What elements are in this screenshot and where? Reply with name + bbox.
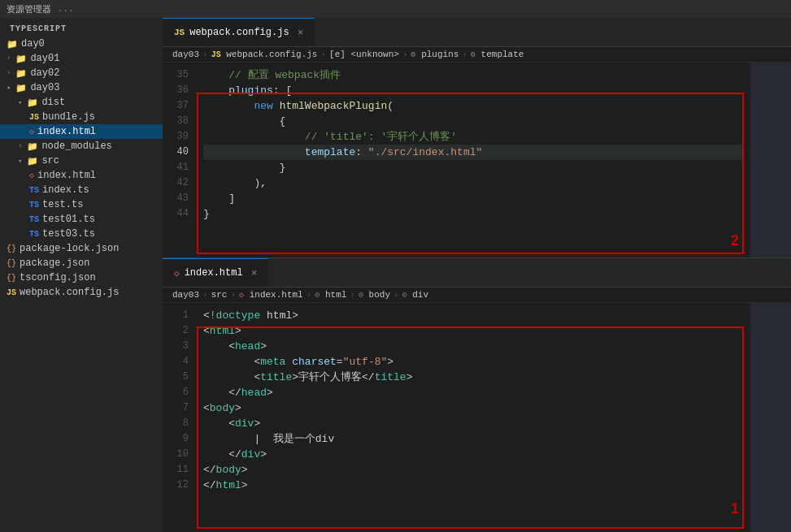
folder-icon: 📁 <box>15 68 27 79</box>
bc-webpack-file: JS webpack.config.js <box>211 50 318 59</box>
code-line: <body> <box>203 400 744 416</box>
json-file-icon: {} <box>7 259 16 268</box>
top-pane-tabs: JS webpack.config.js × <box>163 18 791 47</box>
bottom-breadcrumb: day03 › src › ◇ index.html › ⊙ html › <box>163 288 791 303</box>
item-label: day02 <box>30 67 59 79</box>
code-line: </head> <box>203 385 744 400</box>
sidebar-item-day0[interactable]: 📁day0 <box>0 37 163 51</box>
top-minimap <box>750 63 791 257</box>
line-number: 39 <box>163 129 197 145</box>
sidebar-item-test01.ts[interactable]: TStest01.ts <box>0 212 163 227</box>
item-label: package.json <box>20 257 89 269</box>
bottom-code-lines[interactable]: <!doctype html><html> <head> <meta chars… <box>197 303 750 532</box>
bc2-day03: day03 <box>172 290 199 300</box>
line-number: 11 <box>163 462 197 478</box>
folder-icon: 📁 <box>27 156 38 167</box>
editor-area: JS webpack.config.js × day03 › JS webpac… <box>163 18 791 532</box>
sidebar-item-test03.ts[interactable]: TStest03.ts <box>0 227 163 241</box>
line-number: 38 <box>163 114 197 129</box>
item-label: tsconfig.json <box>20 272 96 283</box>
chevron-icon: ▾ <box>18 157 22 166</box>
sidebar-item-index.ts[interactable]: TSindex.ts <box>0 183 163 197</box>
item-label: dist <box>41 97 65 108</box>
line-number: 12 <box>163 478 197 493</box>
item-label: day01 <box>30 53 59 64</box>
json-file-icon: {} <box>7 274 16 283</box>
line-number: 40 <box>163 145 197 160</box>
ts-file-icon: TS <box>29 201 39 210</box>
folder-icon: 📁 <box>7 39 18 50</box>
webpack-tab-icon: JS <box>174 28 185 37</box>
title-bar-label: 资源管理器 <box>7 3 51 15</box>
line-number: 43 <box>163 191 197 206</box>
js-file-icon: JS <box>7 288 16 297</box>
sidebar-item-package.json[interactable]: {}package.json <box>0 256 163 270</box>
sidebar-item-day02[interactable]: ›📁day02 <box>0 66 163 80</box>
code-line: <meta charset="utf-8"> <box>203 354 744 370</box>
tab-indexhtml[interactable]: ◇ index.html × <box>163 258 268 287</box>
indexhtml-tab-close[interactable]: × <box>251 267 258 279</box>
code-line: } <box>203 206 744 222</box>
item-label: index.html <box>37 170 96 181</box>
tab-webpack[interactable]: JS webpack.config.js × <box>163 18 315 46</box>
bc-template: ⚙ template <box>471 50 524 59</box>
ts-file-icon: TS <box>29 230 39 239</box>
sidebar-item-test.ts[interactable]: TStest.ts <box>0 197 163 212</box>
code-line: { <box>203 114 744 129</box>
bc-day03: day03 <box>172 50 199 59</box>
chevron-icon: ▾ <box>18 98 22 107</box>
code-line: <title>宇轩个人博客</title> <box>203 370 744 385</box>
line-number: 10 <box>163 447 197 462</box>
line-number: 6 <box>163 385 197 400</box>
sidebar-item-src-index.html[interactable]: ◇index.html <box>0 168 163 183</box>
sidebar-item-index.html[interactable]: ◇index.html <box>0 124 163 139</box>
item-label: day03 <box>30 82 59 93</box>
code-line: </html> <box>203 478 744 493</box>
line-number: 3 <box>163 339 197 354</box>
line-number: 7 <box>163 400 197 416</box>
indexhtml-tab-icon: ◇ <box>174 268 180 279</box>
sidebar-item-src[interactable]: ▾📁src <box>0 154 163 168</box>
sidebar-item-node_modules[interactable]: ›📁node_modules <box>0 139 163 154</box>
top-split-pane: day03 › JS webpack.config.js › [e] <unkn… <box>163 47 791 258</box>
sidebar-item-dist[interactable]: ▾📁dist <box>0 95 163 110</box>
item-label: test03.ts <box>42 228 95 240</box>
sidebar-item-day03[interactable]: ▾📁day03 <box>0 80 163 95</box>
sidebar-item-day01[interactable]: ›📁day01 <box>0 51 163 66</box>
bc-plugins: ⚙ plugins <box>411 50 459 59</box>
sidebar-item-tsconfig.json[interactable]: {}tsconfig.json <box>0 270 163 285</box>
bottom-split-pane: ◇ index.html × day03 › src › ◇ index.htm… <box>163 258 791 532</box>
json-lock-icon: {} <box>7 244 16 253</box>
chevron-icon: › <box>7 54 11 63</box>
item-label: bundle.js <box>42 111 95 123</box>
webpack-tab-close[interactable]: × <box>298 27 304 39</box>
chevron-icon: › <box>7 69 11 77</box>
bottom-annotation-1: 1 <box>731 500 739 517</box>
bc2-indexhtml: ◇ index.html <box>239 290 303 300</box>
code-line: } <box>203 160 744 175</box>
bottom-pane-tabs: ◇ index.html × <box>163 258 791 288</box>
code-line: template: "./src/index.html" <box>203 145 744 160</box>
webpack-tab-label: webpack.config.js <box>189 27 289 38</box>
item-label: test01.ts <box>42 214 95 225</box>
line-number: 37 <box>163 98 197 114</box>
folder-icon: 📁 <box>15 54 27 64</box>
code-line: | 我是一个div <box>203 431 744 447</box>
item-label: package-lock.json <box>20 243 119 254</box>
line-number: 9 <box>163 431 197 447</box>
item-label: day0 <box>21 38 45 50</box>
line-number: 42 <box>163 175 197 191</box>
sidebar-item-bundle.js[interactable]: JSbundle.js <box>0 110 163 124</box>
code-line: <div> <box>203 416 744 431</box>
sidebar-item-webpack.config.js[interactable]: JSwebpack.config.js <box>0 285 163 300</box>
code-line: </div> <box>203 447 744 462</box>
item-label: index.ts <box>42 184 89 196</box>
top-code-lines[interactable]: // 配置 webpack插件 plugins: [ new htmlWebpa… <box>197 63 750 257</box>
folder-icon: 📁 <box>15 83 27 93</box>
sidebar: TYPESCRIPT 📁day0›📁day01›📁day02▾📁day03▾📁d… <box>0 18 163 532</box>
sidebar-item-package-lock.json[interactable]: {}package-lock.json <box>0 241 163 256</box>
top-breadcrumb: day03 › JS webpack.config.js › [e] <unkn… <box>163 47 791 63</box>
bottom-line-numbers: 123456789101112 <box>163 303 197 532</box>
chevron-icon: › <box>18 142 22 150</box>
line-number: 1 <box>163 308 197 323</box>
